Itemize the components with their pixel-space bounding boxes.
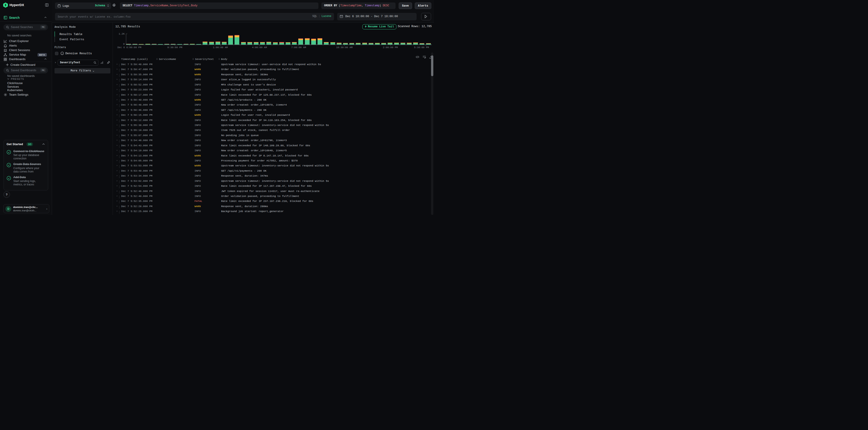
- scrollbar-thumb[interactable]: [431, 55, 433, 76]
- column-header-servicename[interactable]: ⠿ServiceName: [156, 58, 176, 61]
- row-expand-icon[interactable]: ›: [116, 164, 118, 167]
- drag-handle-icon[interactable]: ⠿: [192, 58, 194, 61]
- bar-chart-icon[interactable]: [100, 61, 104, 64]
- preset-services[interactable]: Services: [0, 85, 52, 89]
- code-view-icon[interactable]: [416, 55, 419, 59]
- tab-results-table[interactable]: Results Table: [60, 33, 82, 36]
- table-row[interactable]: ›Dec 7 5:58:17.000 PMINFORate limit exce…: [113, 93, 434, 98]
- drag-handle-icon[interactable]: ⠿: [218, 58, 220, 61]
- row-expand-icon[interactable]: ›: [116, 154, 118, 157]
- drag-handle-icon[interactable]: ⠿: [156, 58, 158, 61]
- sidebar-item-dashboards[interactable]: Dashboards: [0, 57, 52, 62]
- scrollbar-track[interactable]: [431, 53, 433, 215]
- row-expand-icon[interactable]: ›: [116, 195, 118, 197]
- row-expand-icon[interactable]: ›: [116, 185, 118, 187]
- column-header-body[interactable]: ⠿Body: [218, 58, 227, 61]
- row-expand-icon[interactable]: ›: [116, 190, 118, 192]
- pin-icon[interactable]: [107, 61, 110, 64]
- row-expand-icon[interactable]: ›: [116, 93, 118, 96]
- table-row[interactable]: ›Dec 7 5:52:46.000 PMINFOJWT token expir…: [113, 190, 434, 195]
- row-expand-icon[interactable]: ›: [116, 119, 118, 122]
- get-started-item[interactable]: Add DataStart sending logs, metrics, or …: [6, 175, 45, 186]
- row-expand-icon[interactable]: ›: [116, 78, 118, 81]
- lucene-option[interactable]: Lucene: [321, 15, 331, 18]
- wrap-lines-icon[interactable]: [423, 55, 426, 59]
- table-row[interactable]: ›Dec 7 5:52:25.000 PMINFOBackground job …: [113, 210, 434, 215]
- table-row[interactable]: ›Dec 7 5:54:19.000 PMINFONew order creat…: [113, 149, 434, 154]
- select-query-input[interactable]: SELECT Timestamp,ServiceName,SeverityTex…: [120, 2, 318, 9]
- table-row[interactable]: ›Dec 7 5:52:40.000 PMINFOOrder validatio…: [113, 195, 434, 200]
- table-row[interactable]: ›Dec 7 5:55:38.000 PMINFOUpstream servic…: [113, 124, 434, 129]
- row-expand-icon[interactable]: ›: [116, 98, 118, 101]
- sidebar-item-chart-explorer[interactable]: Chart Explorer: [0, 39, 52, 44]
- table-row[interactable]: ›Dec 7 5:55:07.000 PMINFONo pending jobs…: [113, 134, 434, 139]
- table-row[interactable]: ›Dec 7 5:54:48.000 PMINFONew order creat…: [113, 139, 434, 144]
- save-button[interactable]: Save: [399, 2, 412, 9]
- table-row[interactable]: ›Dec 7 5:54:43.000 PMINFORate limit exce…: [113, 144, 434, 149]
- table-row[interactable]: ›Dec 7 5:54:05.000 PMINFOProcessing paym…: [113, 159, 434, 164]
- row-expand-icon[interactable]: ›: [116, 205, 118, 207]
- run-query-button[interactable]: [421, 13, 431, 20]
- table-row[interactable]: ›Dec 7 5:59:48.000 PMINFOUpstream servic…: [113, 63, 434, 68]
- table-row[interactable]: ›Dec 7 5:53:49.000 PMINFOGET /api/v1/pay…: [113, 169, 434, 174]
- query-language-toggle[interactable]: SQL|Lucene: [312, 15, 331, 18]
- order-by-input[interactable]: ORDER BY (TimestampTime, Timestamp) DESC: [321, 2, 396, 9]
- table-row[interactable]: ›Dec 7 5:52:35.000 PMFATALRate limit exc…: [113, 200, 434, 205]
- row-expand-icon[interactable]: ›: [116, 103, 118, 106]
- row-expand-icon[interactable]: ›: [116, 210, 118, 212]
- table-row[interactable]: ›Dec 7 5:59:14.000 PMINFOUser alice_w lo…: [113, 78, 434, 83]
- sql-option[interactable]: SQL: [312, 15, 317, 18]
- chevron-down-icon[interactable]: [7, 78, 9, 79]
- row-expand-icon[interactable]: ›: [116, 179, 118, 182]
- table-row[interactable]: ›Dec 7 5:56:12.000 PMINFORate limit exce…: [113, 119, 434, 124]
- table-row[interactable]: ›Dec 7 5:58:52.000 PMINFOMFA challenge s…: [113, 83, 434, 88]
- row-expand-icon[interactable]: ›: [116, 124, 118, 126]
- alerts-button[interactable]: Alerts: [415, 2, 431, 9]
- row-expand-icon[interactable]: ›: [116, 73, 118, 76]
- row-expand-icon[interactable]: ›: [116, 63, 118, 66]
- row-expand-icon[interactable]: ›: [116, 129, 118, 131]
- table-row[interactable]: ›Dec 7 5:56:48.000 PMINFONew order creat…: [113, 103, 434, 108]
- sidebar-collapse-icon[interactable]: [45, 3, 49, 7]
- row-expand-icon[interactable]: ›: [116, 149, 118, 152]
- presets-header[interactable]: PRESETS: [11, 77, 24, 80]
- denoise-label[interactable]: Denoise Results: [65, 52, 92, 55]
- row-expand-icon[interactable]: ›: [116, 108, 118, 111]
- row-expand-icon[interactable]: ›: [116, 174, 118, 177]
- row-expand-icon[interactable]: ›: [116, 68, 118, 70]
- get-started-item[interactable]: Create Data SourcesConfigure where your …: [6, 162, 45, 173]
- table-row[interactable]: ›Dec 7 5:54:13.000 PMWARNRate limit exce…: [113, 154, 434, 159]
- table-row[interactable]: ›Dec 7 5:53:02.000 PMINFOUpstream servic…: [113, 179, 434, 185]
- column-header-severitytext[interactable]: ⠿SeverityText: [192, 58, 214, 61]
- get-started-item[interactable]: Connect to ClickHouseSet up your databas…: [6, 150, 45, 160]
- table-row[interactable]: ›Dec 7 5:53:53.000 PMWARNUpstream servic…: [113, 164, 434, 169]
- search-icon[interactable]: [94, 61, 96, 64]
- sidebar-item-search[interactable]: Search: [0, 15, 52, 20]
- create-dashboard-button[interactable]: Create Dashboard: [0, 62, 52, 67]
- chevron-up-icon[interactable]: [44, 58, 46, 60]
- row-expand-icon[interactable]: ›: [116, 200, 118, 202]
- row-expand-icon[interactable]: ›: [116, 169, 118, 172]
- source-selector[interactable]: Logs Schema: [55, 2, 111, 9]
- table-row[interactable]: ›Dec 7 5:56:46.000 PMINFOGET /api/v1/pay…: [113, 108, 434, 113]
- table-row[interactable]: ›Dec 7 5:53:34.000 PMINFOResponse sent, …: [113, 174, 434, 179]
- table-row[interactable]: ›Dec 7 5:59:47.000 PMWARNOrder validatio…: [113, 68, 434, 73]
- row-expand-icon[interactable]: ›: [116, 83, 118, 86]
- lucene-search-input[interactable]: Search your events w/ Lucene ex. column:…: [55, 13, 334, 20]
- chevron-up-icon[interactable]: [42, 143, 45, 145]
- sidebar-item-alerts[interactable]: Alerts: [0, 44, 52, 48]
- tab-event-patterns[interactable]: Event Patterns: [60, 38, 84, 41]
- row-expand-icon[interactable]: ›: [116, 144, 118, 147]
- table-row[interactable]: ›Dec 7 5:56:49.000 PMWARNGET /api/v1/pro…: [113, 98, 434, 103]
- chevron-right-icon[interactable]: ›: [55, 61, 56, 64]
- row-expand-icon[interactable]: ›: [116, 159, 118, 162]
- sidebar-item-team-settings[interactable]: Team Settings: [0, 92, 52, 97]
- row-expand-icon[interactable]: ›: [116, 113, 118, 116]
- saved-searches-input[interactable]: Saved Searches ⌘K: [3, 24, 48, 30]
- row-expand-icon[interactable]: ›: [116, 88, 118, 91]
- preset-clickhouse[interactable]: ClickHouse: [0, 81, 52, 85]
- row-expand-icon[interactable]: ›: [116, 134, 118, 137]
- table-row[interactable]: ›Dec 7 5:58:23.000 PMINFOLogin failed fo…: [113, 88, 434, 93]
- denoise-checkbox[interactable]: [55, 52, 58, 55]
- column-header-timestamp[interactable]: Timestamp (Local): [121, 58, 148, 61]
